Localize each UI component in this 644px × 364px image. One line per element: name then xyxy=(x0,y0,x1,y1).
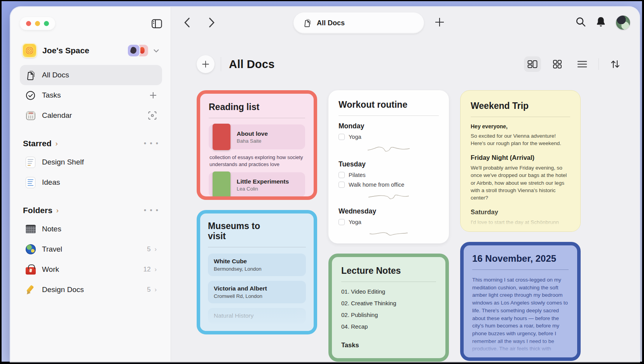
app-window: Joe's Space All Docs xyxy=(10,7,639,362)
sidebar-item-label: Tasks xyxy=(42,91,143,100)
sidebar-item-design-docs[interactable]: Design Docs 5› xyxy=(20,280,162,300)
checkbox-unchecked[interactable] xyxy=(339,172,345,178)
plus-icon xyxy=(435,17,445,27)
sidebar-section-starred[interactable]: Starred › • • • xyxy=(23,139,159,148)
squiggle-divider xyxy=(367,229,410,238)
chevron-right-icon: › xyxy=(56,206,59,215)
sidebar-item-work[interactable]: Work 12› xyxy=(20,259,162,280)
task-item[interactable]: Walk home from office xyxy=(339,182,439,188)
card-title: Weekend Trip xyxy=(471,101,570,111)
add-doc-button[interactable] xyxy=(197,55,215,73)
add-task-button[interactable] xyxy=(150,92,157,99)
museum-item[interactable]: Victoria and Albert Cromwell Rd, London xyxy=(208,281,306,303)
card-title: Museums to visit xyxy=(208,221,270,242)
task-item[interactable]: Yoga xyxy=(339,219,439,225)
section-heading: Friday Night (Arrival) xyxy=(471,154,570,161)
doc-card-museums[interactable]: Museums to visit White Cube Bermondsey, … xyxy=(197,210,317,334)
notifications-button[interactable] xyxy=(596,16,606,29)
divider xyxy=(209,118,305,118)
sidebar-item-design-shelf[interactable]: Design Shelf xyxy=(20,152,162,172)
doc-card-workout-routine[interactable]: Workout routine Monday Yoga Tuesday Pila… xyxy=(328,90,449,243)
sidebar-item-tasks[interactable]: Tasks xyxy=(20,85,162,105)
book-author: Lea Colin xyxy=(237,186,289,192)
intro-text: So excited for our Vienna adventure! Her… xyxy=(471,132,570,147)
divider xyxy=(339,116,439,116)
card-title: Lecture Notes xyxy=(341,266,436,276)
task-item[interactable]: Pilates xyxy=(339,172,439,178)
grid-view-button[interactable] xyxy=(549,56,566,72)
chevron-down-icon xyxy=(154,49,159,52)
section-more-button[interactable]: • • • xyxy=(144,140,159,148)
card-title: Workout routine xyxy=(339,100,439,110)
board-view-button[interactable] xyxy=(524,56,541,72)
back-button[interactable] xyxy=(181,17,193,28)
book-title: Little Experiments xyxy=(237,178,289,185)
sidebar-item-notes[interactable]: Notes xyxy=(20,219,162,239)
grid-view-icon xyxy=(553,60,562,69)
svg-text:JAN: JAN xyxy=(28,112,33,114)
book-title: About love xyxy=(237,130,268,137)
sidebar-toggle-icon[interactable] xyxy=(152,18,162,29)
sidebar-item-label: All Docs xyxy=(42,71,157,79)
list-view-button[interactable] xyxy=(574,56,591,72)
divider xyxy=(341,282,436,282)
section-more-button[interactable]: • • • xyxy=(144,206,159,215)
doc-card-weekend-trip[interactable]: Weekend Trip Hey everyone, So excited fo… xyxy=(460,90,581,232)
sidebar-item-all-docs[interactable]: All Docs xyxy=(20,65,162,85)
book-item[interactable]: About love Baha Saite xyxy=(209,124,305,149)
tasks-heading: Tasks xyxy=(341,341,436,349)
chevron-right-icon: › xyxy=(155,246,157,253)
document-icon xyxy=(25,177,36,188)
tasks-icon xyxy=(25,90,36,101)
plus-icon xyxy=(202,60,209,68)
sidebar-item-travel[interactable]: Travel 5› xyxy=(20,239,162,259)
user-avatar[interactable] xyxy=(616,16,630,30)
topbar: All Docs xyxy=(171,7,639,38)
task-item[interactable]: Yoga xyxy=(339,134,439,140)
lecture-item: 04. Recap xyxy=(341,323,436,330)
museum-item[interactable]: White Cube Bermondsey, London xyxy=(208,254,306,276)
fade-overlay xyxy=(464,340,577,357)
checkbox-unchecked[interactable] xyxy=(339,219,345,225)
zoom-window-button[interactable] xyxy=(44,21,49,26)
member-avatar xyxy=(128,45,140,56)
docs-icon xyxy=(25,70,36,80)
search-button[interactable] xyxy=(576,17,586,28)
globe-icon xyxy=(25,244,36,255)
close-window-button[interactable] xyxy=(26,21,31,26)
book-item[interactable]: Little Experiments Lea Colin xyxy=(209,172,305,197)
folder-count: 5 xyxy=(147,245,150,253)
focus-icon xyxy=(148,111,157,120)
checkbox-unchecked[interactable] xyxy=(339,182,345,188)
plus-icon xyxy=(150,92,157,99)
current-doc-pill[interactable]: All Docs xyxy=(293,12,424,33)
book-cover xyxy=(213,172,230,198)
fade-overlay xyxy=(461,210,580,231)
sort-button[interactable] xyxy=(607,56,624,72)
doc-card-journal[interactable]: 16 November, 2025 This morning I sat cro… xyxy=(460,242,581,361)
forward-button[interactable] xyxy=(206,17,218,28)
workspace-switcher[interactable]: Joe's Space xyxy=(20,43,162,58)
minimize-window-button[interactable] xyxy=(35,21,40,26)
checkbox-unchecked[interactable] xyxy=(339,134,345,140)
squiggle-divider xyxy=(365,192,412,201)
museum-name: White Cube xyxy=(214,258,300,265)
task-label: Yoga xyxy=(349,219,361,225)
doc-card-lecture-notes[interactable]: Lecture Notes 01. Video Editing 02. Crea… xyxy=(328,254,449,362)
squiggle-divider xyxy=(365,144,412,154)
sidebar-item-label: Design Shelf xyxy=(42,158,157,166)
focus-mode-button[interactable] xyxy=(148,111,157,120)
sidebar-item-label: Travel xyxy=(42,245,141,254)
sidebar-section-folders[interactable]: Folders › • • • xyxy=(23,206,159,215)
search-icon xyxy=(576,17,586,27)
doc-card-reading-list[interactable]: Reading list About love Baha Saite colle… xyxy=(197,90,317,200)
sidebar-item-calendar[interactable]: JAN Calendar xyxy=(20,105,162,126)
book-cover xyxy=(213,124,230,150)
list-view-icon xyxy=(577,60,587,68)
museum-location: Cromwell Rd, London xyxy=(214,293,300,299)
day-heading: Tuesday xyxy=(339,160,439,168)
chevron-left-icon xyxy=(184,18,190,28)
sidebar-item-ideas[interactable]: Ideas xyxy=(20,172,162,192)
sidebar-item-label: Design Docs xyxy=(42,285,141,294)
new-doc-button[interactable] xyxy=(435,17,445,29)
